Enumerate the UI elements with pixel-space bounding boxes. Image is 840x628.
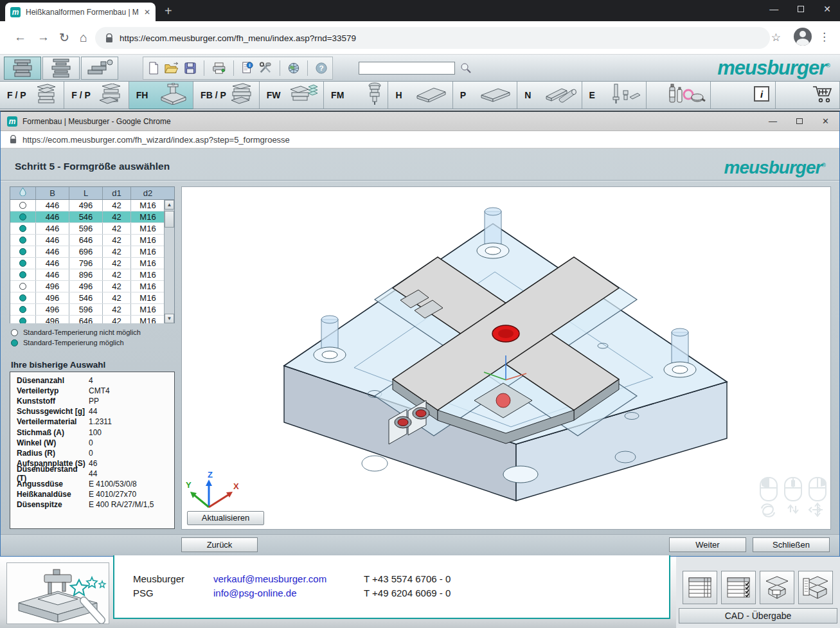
- close-icon[interactable]: ✕: [823, 4, 831, 14]
- tools-icon[interactable]: [259, 62, 272, 75]
- scroll-up-icon[interactable]: ▲: [165, 200, 174, 210]
- help-icon[interactable]: ?: [316, 62, 327, 75]
- next-button[interactable]: Weiter: [669, 537, 746, 552]
- save-icon[interactable]: [184, 62, 196, 75]
- scrollbar-thumb[interactable]: [165, 211, 174, 228]
- product-tab-fbp[interactable]: FB / P: [193, 82, 260, 109]
- search-input[interactable]: [359, 62, 455, 75]
- contact-phone: T +49 6204 6069 - 0: [364, 588, 451, 598]
- column-header-d1[interactable]: d1: [103, 187, 131, 199]
- profile-avatar[interactable]: [794, 28, 812, 46]
- size-table-row[interactable]: 44664642M16: [10, 235, 165, 246]
- product-tab-fp-1[interactable]: F / P: [0, 82, 64, 109]
- product-tab-cart[interactable]: [776, 82, 840, 109]
- product-tab-e[interactable]: E: [582, 82, 647, 109]
- popup-maximize-icon[interactable]: [796, 118, 803, 124]
- back-button[interactable]: Zurück: [181, 537, 258, 552]
- product-tab-fp-2[interactable]: F / P: [64, 82, 129, 109]
- product-tab-p[interactable]: P: [453, 82, 517, 109]
- product-tab-consumables[interactable]: [647, 82, 711, 109]
- selection-item: KunststoffPP: [17, 396, 174, 406]
- omnibox[interactable]: https://ecom.meusburger.com/fh_menu/inde…: [95, 27, 770, 49]
- popup-titlebar[interactable]: m Formenbau | Meusburger - Google Chrome…: [1, 112, 839, 131]
- mold-with-list-button[interactable]: [798, 571, 833, 604]
- toolbar-icon-group: i ?: [143, 57, 333, 80]
- update-button[interactable]: Aktualisieren: [187, 511, 264, 525]
- browser-tab[interactable]: m Heißkanalformen Formenbau | M ✕: [5, 3, 156, 21]
- size-table-row[interactable]: 44669642M16: [10, 246, 165, 258]
- view-exploded-button[interactable]: [81, 57, 118, 80]
- popup-minimize-icon[interactable]: —: [769, 116, 777, 126]
- size-table-row[interactable]: 49659642M16: [10, 304, 165, 316]
- product-tab-h[interactable]: H: [388, 82, 452, 109]
- size-table-row[interactable]: 44649642M16: [10, 200, 165, 211]
- globe-icon[interactable]: [288, 62, 299, 75]
- mold-wand-illustration: [7, 563, 109, 624]
- column-header-L[interactable]: L: [69, 187, 103, 199]
- selection-list: Düsenanzahl4VerteilertypCMT4KunststoffPP…: [17, 375, 174, 510]
- temperierung-indicator: [10, 200, 36, 211]
- popup-close-icon[interactable]: ✕: [822, 116, 829, 126]
- size-table-body: 44649642M1644654642M1644659642M164466464…: [10, 200, 165, 323]
- temperierung-dot-icon: [19, 318, 26, 323]
- selection-value: 4: [89, 376, 93, 385]
- column-header-d2[interactable]: d2: [131, 187, 165, 199]
- cell-d2: M16: [131, 258, 165, 269]
- selection-label: Winkel (W): [17, 438, 89, 447]
- toolbar-separator: [307, 60, 308, 76]
- cad-viewport[interactable]: Z Y X: [181, 186, 831, 530]
- selection-label: Stichmaß (A): [17, 428, 89, 437]
- size-table-row[interactable]: 44679642M16: [10, 258, 165, 269]
- contact-email-link[interactable]: info@psg-online.de: [213, 588, 296, 598]
- cell-L: 596: [69, 304, 103, 315]
- home-icon[interactable]: ⌂: [80, 30, 87, 45]
- product-tab-fm[interactable]: FM: [324, 82, 388, 109]
- maximize-icon[interactable]: [798, 6, 804, 12]
- new-tab-button[interactable]: +: [165, 3, 172, 19]
- product-tab-fh[interactable]: FH: [129, 82, 193, 109]
- product-tab-fw[interactable]: FW: [260, 82, 324, 109]
- checked-parts-table-button[interactable]: [721, 571, 756, 604]
- new-document-icon[interactable]: [148, 61, 159, 75]
- selection-label: Radius (R): [17, 449, 89, 458]
- browser-menu-icon[interactable]: ⋮: [819, 30, 830, 44]
- view-mold-closed-button[interactable]: [4, 57, 41, 80]
- size-table-row[interactable]: 44654642M16: [10, 211, 165, 223]
- close-button[interactable]: Schließen: [753, 537, 830, 552]
- mold-assembly-button[interactable]: [760, 571, 794, 604]
- reload-icon[interactable]: ↻: [59, 30, 69, 45]
- size-table-row[interactable]: 49649642M16: [10, 281, 165, 292]
- cell-B: 446: [36, 200, 69, 211]
- minimize-icon[interactable]: —: [769, 4, 778, 14]
- product-tab-n[interactable]: N: [517, 82, 582, 109]
- print-icon[interactable]: [212, 62, 226, 75]
- cell-B: 446: [36, 223, 69, 234]
- cell-d1: 42: [103, 235, 131, 246]
- size-table-row[interactable]: 44689642M16: [10, 269, 165, 281]
- bookmark-star-icon[interactable]: ☆: [771, 31, 781, 44]
- parts-table-button[interactable]: [683, 571, 717, 604]
- scroll-down-icon[interactable]: ▼: [165, 314, 174, 323]
- cell-d2: M16: [131, 235, 165, 246]
- column-header-B[interactable]: B: [36, 187, 69, 199]
- legend-item: Standard-Temperierung nicht möglich: [11, 327, 141, 337]
- parts-list-icon[interactable]: i: [242, 61, 253, 75]
- view-mold-open-button[interactable]: [42, 57, 80, 80]
- cell-d2: M16: [131, 200, 165, 211]
- size-table-row[interactable]: 49654642M16: [10, 292, 165, 304]
- table-scrollbar[interactable]: ▲ ▼: [164, 200, 174, 323]
- cad-transfer-button[interactable]: CAD - Übergabe: [679, 608, 837, 624]
- product-tab-info[interactable]: i: [711, 82, 775, 109]
- contact-email-link[interactable]: verkauf@meusburger.com: [213, 573, 326, 584]
- search-icon[interactable]: [460, 62, 471, 73]
- forward-icon[interactable]: →: [37, 30, 49, 44]
- temperierung-dot-icon: [19, 306, 26, 313]
- back-icon[interactable]: ←: [14, 30, 26, 44]
- tab-close-icon[interactable]: ✕: [144, 8, 150, 17]
- axis-y-label: Y: [186, 480, 192, 490]
- product-tab-label: F / P: [71, 90, 91, 100]
- open-folder-icon[interactable]: [165, 62, 179, 75]
- size-table-row[interactable]: 44659642M16: [10, 223, 165, 235]
- size-table-row[interactable]: 49664642M16: [10, 316, 165, 323]
- cell-d1: 42: [103, 246, 131, 257]
